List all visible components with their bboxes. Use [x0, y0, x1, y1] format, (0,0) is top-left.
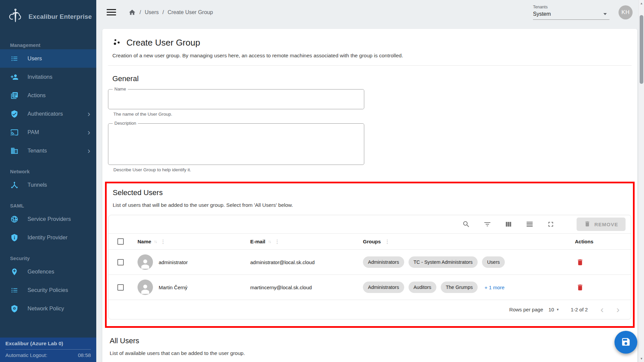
sidebar-section-security: Security — [10, 256, 96, 261]
table-row: administrator administrator@local.sk.clo… — [109, 249, 631, 275]
description-helper-text: Describe User Group to help identify it. — [113, 167, 637, 172]
chevron-down-icon: ▾ — [557, 307, 559, 312]
column-menu-icon[interactable]: ⋮ — [275, 239, 280, 245]
tenants-select-label: Tenants — [533, 5, 609, 9]
sidebar: Excalibur Enterprise Management Users In… — [0, 0, 96, 362]
sidebar-section-network: Network — [10, 169, 96, 174]
sidebar-item-tunnels[interactable]: Tunnels — [0, 176, 96, 194]
menu-icon[interactable] — [107, 9, 116, 15]
selected-users-description: List of users that will be added to the … — [113, 202, 632, 208]
description-input[interactable] — [108, 124, 364, 163]
table-toolbar: REMOVE — [109, 215, 631, 233]
scrollbar: ▲ ▼ — [638, 0, 644, 362]
sidebar-item-label: Tenants — [28, 147, 47, 154]
sidebar-item-label: Users — [28, 55, 42, 62]
next-page-icon[interactable]: › — [615, 305, 621, 314]
content-card: Create User Group Creation of a new user… — [102, 29, 637, 362]
table-row: Martin Černý martincerny@local.sk.cloud … — [109, 275, 631, 300]
row-checkbox[interactable] — [117, 259, 124, 265]
sidebar-item-authenticators[interactable]: Authenticators › — [0, 105, 96, 123]
page-title: Create User Group — [126, 38, 200, 48]
shield-info-icon — [10, 233, 19, 242]
brand: Excalibur Enterprise — [0, 0, 96, 34]
current-tenant-label: Excalibur (Azure Lab 0) — [5, 341, 91, 347]
sidebar-item-label: Actions — [28, 92, 46, 99]
filter-icon[interactable] — [483, 220, 491, 228]
scroll-down-icon[interactable]: ▼ — [639, 356, 644, 361]
sidebar-item-label: Tunnels — [28, 182, 47, 188]
sidebar-item-identity-provider[interactable]: Identity Provider — [0, 228, 96, 247]
chevron-right-icon: › — [88, 147, 90, 155]
sidebar-item-label: Security Policies — [28, 287, 68, 293]
sidebar-item-users[interactable]: Users — [0, 49, 96, 68]
breadcrumb-users[interactable]: Users — [145, 9, 159, 15]
general-section: General Name The name of the User Group.… — [102, 74, 637, 172]
rows-per-page-select[interactable]: 10 ▾ — [548, 307, 558, 312]
user-email: administrator@local.sk.cloud — [245, 259, 358, 265]
sidebar-item-service-providers[interactable]: Service Providers — [0, 210, 96, 228]
avatar[interactable]: KH — [619, 5, 633, 19]
home-icon[interactable] — [128, 9, 136, 16]
sidebar-item-tenants[interactable]: Tenants › — [0, 141, 96, 160]
sidebar-item-actions[interactable]: Actions — [0, 86, 96, 105]
breadcrumb-separator: / — [162, 9, 164, 15]
globe-icon — [10, 215, 19, 224]
all-users-description: List of available users that can be adde… — [110, 350, 637, 356]
auto-logout-label: Automatic Logout: — [5, 352, 47, 358]
columns-icon[interactable] — [504, 220, 513, 228]
search-icon[interactable] — [462, 220, 470, 228]
delete-row-button[interactable] — [575, 257, 585, 267]
sidebar-item-label: Network Policy — [28, 305, 64, 312]
save-fab-button[interactable] — [614, 331, 637, 354]
save-icon — [621, 337, 631, 348]
previous-page-icon[interactable]: ‹ — [599, 305, 605, 314]
scroll-up-icon[interactable]: ▲ — [639, 1, 644, 6]
user-name: administrator — [159, 259, 188, 265]
name-field-wrapper: Name — [108, 89, 364, 109]
remove-button[interactable]: REMOVE — [577, 218, 626, 231]
user-name: Martin Černý — [159, 285, 187, 290]
name-field-label: Name — [113, 86, 128, 92]
column-menu-icon[interactable]: ⋮ — [161, 239, 166, 245]
name-input[interactable] — [108, 89, 364, 109]
sidebar-item-label: Geofences — [28, 268, 54, 275]
user-avatar-icon — [138, 254, 153, 270]
group-chip: The Grumps — [441, 282, 478, 293]
sidebar-item-pam[interactable]: PAM › — [0, 123, 96, 141]
select-all-checkbox[interactable] — [117, 238, 124, 245]
sidebar-item-geofences[interactable]: Geofences — [0, 262, 96, 281]
sort-icon[interactable]: ↑↓ — [154, 239, 157, 244]
description-field-label: Description — [113, 121, 138, 126]
group-chip: Administrators — [363, 282, 404, 293]
scrollbar-thumb[interactable] — [640, 15, 643, 84]
brand-title: Excalibur Enterprise — [29, 13, 92, 20]
sort-icon[interactable]: ↑↓ — [268, 239, 271, 244]
excalibur-logo-icon — [7, 7, 24, 26]
sidebar-item-security-policies[interactable]: Security Policies — [0, 281, 96, 299]
rows-per-page-label: Rows per page — [509, 307, 543, 312]
selected-users-heading: Selected Users — [113, 188, 632, 197]
tunnel-fork-icon — [10, 181, 19, 189]
tenants-select[interactable]: Tenants System — [533, 5, 609, 20]
column-menu-icon[interactable]: ⋮ — [385, 239, 390, 245]
list-icon — [10, 286, 19, 295]
row-checkbox[interactable] — [117, 284, 124, 291]
person-add-icon — [10, 73, 19, 81]
sidebar-item-label: Service Providers — [28, 216, 71, 222]
breadcrumb: / Users / Create User Group — [128, 9, 213, 16]
auto-logout-timer: 08:58 — [78, 352, 91, 358]
sidebar-item-network-policy[interactable]: Network Policy — [0, 299, 96, 318]
more-groups-link[interactable]: + 1 more — [484, 285, 504, 290]
sidebar-item-label: PAM — [28, 129, 39, 135]
sidebar-section-management: Management — [10, 43, 96, 48]
topbar: / Users / Create User Group Tenants Syst… — [96, 0, 638, 24]
description-field-wrapper: Description — [108, 123, 364, 165]
column-header-email: E-mail — [250, 239, 265, 244]
column-header-groups: Groups — [363, 239, 381, 244]
group-chip: Administrators — [363, 256, 404, 268]
delete-row-button[interactable] — [575, 282, 585, 293]
chevron-right-icon: › — [88, 128, 90, 136]
fullscreen-icon[interactable] — [547, 220, 555, 228]
sidebar-item-invitations[interactable]: Invitations — [0, 68, 96, 86]
density-icon[interactable] — [526, 220, 534, 228]
